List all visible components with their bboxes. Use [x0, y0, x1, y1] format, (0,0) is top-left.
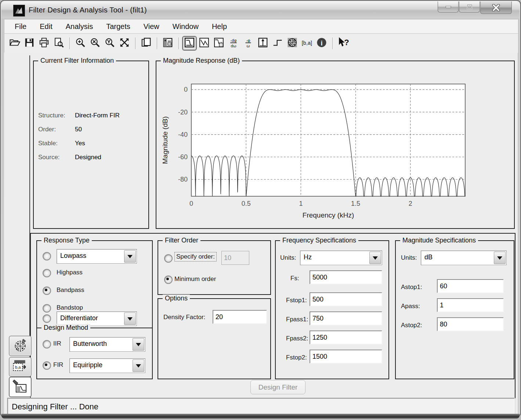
svg-text:Frequency (kHz): Frequency (kHz) — [303, 211, 354, 219]
fir-method-dropdown[interactable]: Equiripple — [69, 358, 145, 373]
impulse-response-button[interactable] — [256, 37, 269, 50]
response-type-panel: Response Type Lowpass Highpass Bandpass … — [36, 240, 153, 329]
freq-units-dropdown[interactable]: Hz — [300, 251, 382, 265]
panel-title: Filter Order — [163, 237, 200, 244]
open-session-button[interactable] — [8, 37, 21, 50]
pole-zero-plot-icon — [287, 37, 298, 50]
source-value: Designed — [75, 154, 101, 161]
specify-order-input[interactable] — [221, 251, 249, 265]
frequency-specs-panel: Frequency Specifications Units: Hz Fs: F… — [275, 240, 389, 379]
toolbar-separator — [178, 37, 179, 49]
density-factor-input[interactable] — [213, 310, 267, 324]
bandpass-radio[interactable] — [43, 286, 51, 295]
iir-radio[interactable] — [43, 340, 51, 348]
menu-edit[interactable]: Edit — [35, 21, 57, 32]
pole-zero-editor-icon — [12, 338, 28, 354]
dropdown-button[interactable] — [124, 250, 136, 263]
chevron-down-icon — [127, 255, 133, 258]
design-panel-container: Response Type Lowpass Highpass Bandpass … — [30, 233, 515, 398]
save-session-button[interactable] — [23, 37, 36, 50]
bandstop-radio[interactable] — [43, 304, 51, 313]
status-text: Designing Filter ... Done — [8, 402, 98, 412]
menu-view[interactable]: View — [138, 21, 164, 32]
fstop1-label: Fstop1: — [286, 297, 307, 304]
differentiator-radio[interactable] — [43, 314, 51, 323]
dropdown-value: Butterworth — [73, 340, 107, 348]
toolbar: -dφdω -φω [b,a] i ? — [4, 33, 518, 53]
chevron-down-icon — [136, 343, 141, 346]
specify-order-radio[interactable] — [164, 254, 173, 263]
menu-window[interactable]: Window — [167, 21, 204, 32]
mag-units-dropdown[interactable]: dB — [421, 251, 507, 265]
title-bar[interactable]: Filter Design & Analysis Tool - (filt1) — [1, 1, 520, 18]
print-button[interactable] — [37, 37, 51, 50]
magnitude-and-phase-button[interactable] — [212, 37, 225, 50]
group-delay-button[interactable]: -dφdω — [227, 37, 240, 50]
menu-targets[interactable]: Targets — [101, 21, 135, 32]
filter-coefficients-button[interactable]: [b,a] — [300, 37, 314, 50]
menu-file[interactable]: File — [10, 21, 32, 32]
minimize-button[interactable] — [438, 1, 459, 12]
phase-response-button[interactable] — [198, 37, 211, 50]
minimum-order-radio[interactable] — [164, 275, 173, 284]
zoom-in-button[interactable] — [74, 37, 87, 50]
specify-order-label: Specify order: — [174, 252, 217, 262]
iir-label: IIR — [53, 340, 61, 347]
phase-delay-button[interactable]: -φω — [242, 37, 255, 50]
fpass1-label: Fpass1: — [286, 316, 308, 323]
bandpass-label: Bandpass — [57, 286, 84, 294]
app-window: Filter Design & Analysis Tool - (filt1) … — [0, 0, 521, 417]
toolbar-separator — [332, 37, 333, 49]
magnitude-response-button[interactable] — [183, 37, 196, 50]
pole-zero-plot-button[interactable] — [286, 37, 299, 50]
menu-help[interactable]: Help — [207, 21, 232, 32]
print-to-figure-button[interactable] — [140, 37, 153, 50]
lowpass-dropdown[interactable]: Lowpass — [57, 249, 137, 264]
fpass1-input[interactable] — [310, 311, 382, 325]
apass-input[interactable] — [437, 298, 504, 312]
design-filter-panel-button[interactable] — [9, 377, 32, 397]
close-button[interactable] — [480, 1, 512, 14]
dropdown-button[interactable] — [133, 359, 144, 372]
fstop2-input[interactable] — [310, 350, 382, 364]
lowpass-radio[interactable] — [43, 252, 51, 260]
order-value: 50 — [75, 126, 82, 133]
whats-this-help-button[interactable]: ? — [337, 37, 350, 50]
dropdown-button[interactable] — [369, 252, 381, 264]
print-preview-button[interactable] — [52, 37, 65, 50]
zoom-x-button[interactable] — [88, 37, 102, 50]
chevron-down-icon — [127, 317, 133, 321]
iir-method-dropdown[interactable]: Butterworth — [69, 337, 145, 352]
density-factor-label: Density Factor: — [163, 314, 205, 321]
magnitude-specs-panel: Magnitude Specifications Units: dB Astop… — [395, 240, 514, 379]
design-filter-button[interactable]: Design Filter — [250, 380, 305, 394]
import-filter-button[interactable]: b,a — [9, 357, 32, 377]
legend-button[interactable] — [161, 37, 174, 50]
save-floppy-icon — [24, 37, 35, 50]
legend-icon — [162, 37, 173, 50]
maximize-button[interactable] — [459, 1, 480, 12]
full-view-button[interactable] — [118, 37, 131, 50]
filter-information-button[interactable]: i — [315, 37, 328, 50]
step-response-button[interactable] — [271, 37, 284, 50]
fstop1-input[interactable] — [310, 292, 382, 306]
highpass-radio[interactable] — [43, 269, 51, 277]
menu-bar: File Edit Analysis Targets View Window H… — [4, 19, 518, 34]
pole-zero-editor-button[interactable] — [9, 336, 32, 356]
dropdown-button[interactable] — [494, 252, 506, 264]
dropdown-button[interactable] — [133, 338, 144, 351]
zoom-in-icon — [75, 37, 86, 50]
units-label: Units: — [401, 254, 417, 262]
svg-text:dω: dω — [231, 44, 236, 48]
astop1-input[interactable] — [437, 279, 504, 293]
fs-input[interactable] — [310, 270, 382, 284]
stable-label: Stable: — [38, 140, 58, 147]
fir-radio[interactable] — [43, 361, 51, 370]
fpass2-label: Fpass2: — [286, 335, 308, 342]
zoom-y-button[interactable] — [103, 37, 116, 50]
dropdown-button[interactable] — [124, 313, 136, 325]
astop2-input[interactable] — [437, 317, 504, 331]
fpass2-input[interactable] — [310, 330, 382, 344]
menu-analysis[interactable]: Analysis — [61, 21, 98, 32]
svg-text:b,a: b,a — [15, 365, 21, 369]
